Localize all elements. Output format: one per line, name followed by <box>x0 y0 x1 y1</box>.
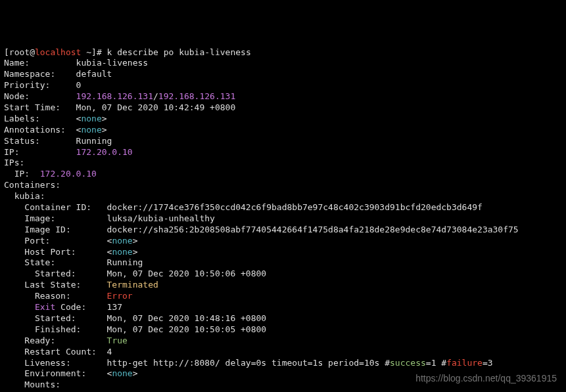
none-close: > <box>133 236 138 246</box>
ls-finished-label: Finished: <box>4 324 81 334</box>
ls-finished-value: Mon, 07 Dec 2020 10:50:05 +0800 <box>107 324 267 334</box>
ip-value: 172.20.0.10 <box>76 147 133 157</box>
liveness-failure: failure <box>446 358 483 368</box>
ip-label: IP: <box>4 147 19 157</box>
namespace-label: Namespace: <box>4 69 55 79</box>
none-text: none <box>81 125 101 135</box>
laststate-label: Last State: <box>4 280 81 290</box>
starttime-value: Mon, 07 Dec 2020 10:42:49 +0800 <box>76 102 236 112</box>
none-close: > <box>133 247 138 257</box>
none-text: none <box>112 368 132 378</box>
status-value: Running <box>76 136 112 146</box>
started-label: Started: <box>4 269 76 278</box>
container-name: kubia: <box>4 191 45 201</box>
status-label: Status: <box>4 136 40 146</box>
none-close: > <box>102 125 107 135</box>
priority-value: 0 <box>76 80 82 90</box>
prompt-open: [ <box>4 47 9 57</box>
starttime-label: Start Time: <box>4 102 60 112</box>
ips-label: IPs: <box>4 158 24 167</box>
container-id-label: Container ID: <box>4 202 91 212</box>
liveness-post: =3 <box>483 358 493 368</box>
ready-value: True <box>107 336 128 345</box>
ls-started-value: Mon, 07 Dec 2020 10:48:16 +0800 <box>107 313 267 323</box>
priority-label: Priority: <box>4 80 50 90</box>
ls-started-label: Started: <box>4 313 76 323</box>
image-id-label: Image ID: <box>4 225 71 234</box>
exit-post: Code: <box>55 302 86 312</box>
terminal-output: [root@localhost ~]# k describe po kubia-… <box>4 47 562 392</box>
mounts-label: Mounts: <box>4 380 60 389</box>
state-label: State: <box>4 257 55 267</box>
image-label: Image: <box>4 213 55 223</box>
none-close: > <box>102 114 107 123</box>
state-value: Running <box>107 257 143 267</box>
liveness-mid: =1 # <box>426 358 446 368</box>
none-text: none <box>112 247 132 257</box>
name-label: Name: <box>4 58 30 68</box>
image-value: luksa/kubia-unhealthy <box>107 213 215 223</box>
ips-sub-value: 172.20.0.10 <box>40 169 97 179</box>
restart-value: 4 <box>107 347 112 357</box>
ips-sub-label: IP: <box>4 169 40 179</box>
prompt-host: localhost <box>35 47 81 57</box>
name-value: kubia-liveness <box>76 58 149 68</box>
prompt-rest: ~]# <box>81 47 106 57</box>
port-label: Port: <box>4 236 50 246</box>
exit-value: 137 <box>107 302 122 312</box>
annotations-label: Annotations: <box>4 125 66 135</box>
none-close: > <box>133 368 138 378</box>
node-label: Node: <box>4 91 30 101</box>
liveness-label: Liveness: <box>4 358 71 368</box>
node-ip1: 192.168.126.131 <box>76 91 153 101</box>
labels-label: Labels: <box>4 114 40 123</box>
exit-pre <box>4 302 35 312</box>
restart-label: Restart Count: <box>4 347 97 357</box>
none-text: none <box>112 236 132 246</box>
env-label: Environment: <box>4 368 86 378</box>
hostport-label: Host Port: <box>4 247 76 257</box>
image-id-value: docker://sha256:2b208508abf77405442664f1… <box>107 225 519 234</box>
ready-label: Ready: <box>4 336 55 345</box>
laststate-value: Terminated <box>107 280 158 290</box>
prompt-user: root <box>9 47 30 57</box>
liveness-success: success <box>390 358 426 368</box>
reason-value: Error <box>107 291 133 301</box>
command-text: k describe po kubia-liveness <box>107 47 251 57</box>
liveness-pre: http-get http://:8080/ delay=0s timeout=… <box>107 358 390 368</box>
none-text: none <box>81 114 101 123</box>
containers-header: Containers: <box>4 180 60 190</box>
prompt-at: @ <box>30 47 35 57</box>
node-ip2: 192.168.126.131 <box>158 91 235 101</box>
container-id-value: docker://1774ce376f350ccd042c6f9bad8bb7e… <box>107 202 483 212</box>
node-slash: / <box>153 91 158 101</box>
namespace-value: default <box>76 69 112 79</box>
started-value: Mon, 07 Dec 2020 10:50:06 +0800 <box>107 269 267 278</box>
exit-word: Exit <box>35 302 55 312</box>
watermark-text: https://blog.csdn.net/qq_39361915 <box>415 372 557 384</box>
reason-label: Reason: <box>4 291 71 301</box>
